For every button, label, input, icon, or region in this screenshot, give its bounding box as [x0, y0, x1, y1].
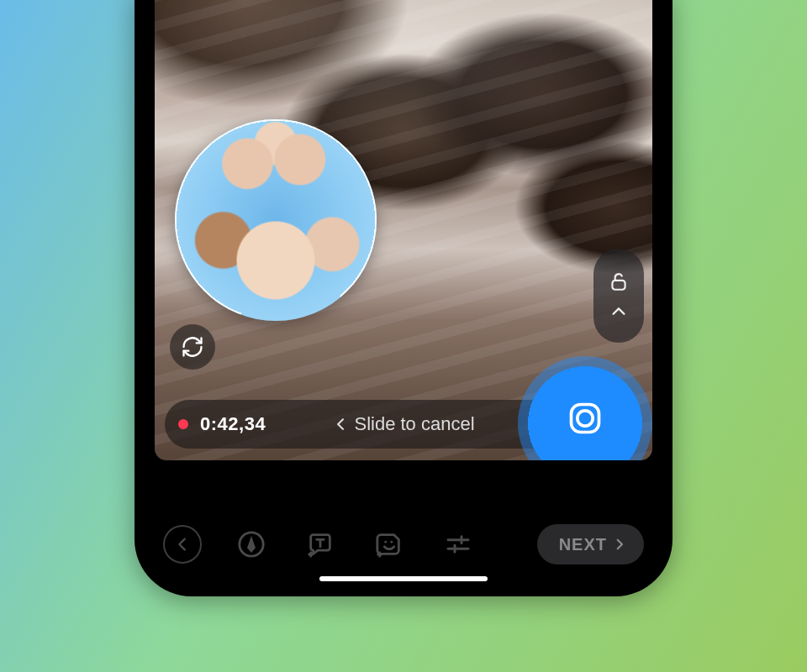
lock-open-icon [608, 270, 630, 292]
add-sticker-button[interactable] [370, 525, 409, 564]
adjust-button[interactable] [439, 525, 477, 564]
chevron-left-icon [173, 535, 192, 554]
bottom-toolbar: NEXT [143, 521, 664, 568]
svg-point-4 [384, 541, 387, 543]
add-text-button[interactable] [301, 525, 340, 564]
chevron-left-icon [332, 414, 349, 434]
home-indicator[interactable] [319, 576, 488, 581]
draw-button[interactable] [232, 525, 271, 564]
next-button-label: NEXT [559, 535, 607, 554]
chevron-up-icon [609, 302, 628, 321]
svg-rect-0 [612, 281, 625, 290]
slide-to-cancel[interactable]: Slide to cancel [332, 413, 474, 435]
sticker-add-icon [375, 530, 404, 559]
sliders-icon [445, 531, 472, 558]
chevron-right-icon [612, 537, 627, 552]
svg-rect-1 [572, 405, 599, 433]
phone-screen: 0:42,34 Slide to cancel [143, 0, 664, 588]
flip-camera-button[interactable] [170, 324, 215, 370]
recording-timer: 0:42,34 [200, 413, 266, 435]
recording-indicator-dot [178, 419, 188, 429]
slide-to-cancel-label: Slide to cancel [354, 413, 474, 435]
lock-slider[interactable] [593, 249, 644, 343]
text-add-icon [306, 530, 335, 559]
svg-point-2 [578, 411, 593, 426]
back-button[interactable] [163, 525, 202, 564]
svg-point-5 [390, 541, 393, 543]
sync-icon [181, 335, 204, 359]
camera-shutter-icon [567, 400, 604, 437]
pen-icon [237, 530, 266, 559]
media-canvas[interactable]: 0:42,34 Slide to cancel [155, 0, 652, 460]
phone-frame: 0:42,34 Slide to cancel [134, 0, 672, 596]
pip-image [175, 119, 377, 321]
pip-selfie[interactable] [175, 119, 377, 321]
next-button[interactable]: NEXT [537, 524, 644, 564]
